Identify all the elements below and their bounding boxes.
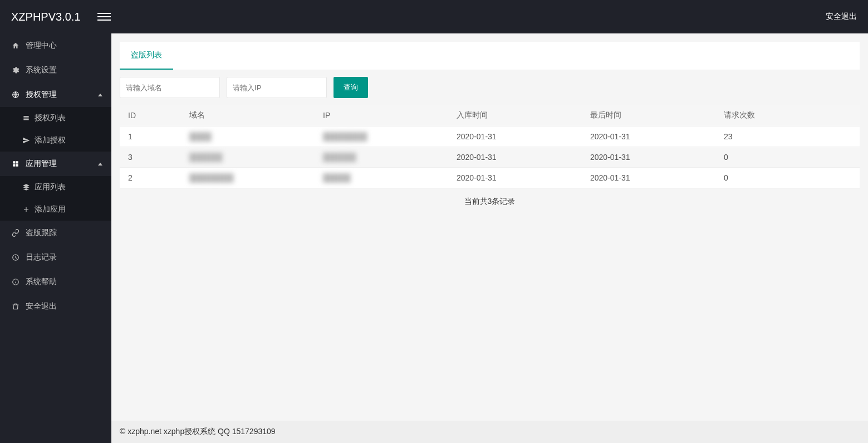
tabs: 盗版列表	[120, 42, 860, 70]
sidebar-item-safe-exit[interactable]: 安全退出	[0, 294, 111, 319]
record-count: 当前共3条记录	[120, 188, 860, 215]
sidebar-item-label: 应用管理	[26, 159, 57, 169]
clock-icon	[11, 254, 20, 261]
caret-up-icon	[98, 163, 102, 165]
cell-id: 2	[120, 168, 181, 188]
sidebar-item-auth-management[interactable]: 授权管理	[0, 82, 111, 107]
sidebar-item-label: 安全退出	[26, 301, 57, 311]
cell-domain: ████████	[181, 168, 315, 188]
col-last-time: 最后时间	[582, 105, 715, 126]
list-icon	[22, 114, 30, 122]
cell-request-count: 0	[715, 147, 860, 168]
sidebar-subitem-add-auth[interactable]: 添加授权	[0, 129, 111, 152]
sidebar-subitem-label: 授权列表	[35, 113, 66, 123]
sidebar-item-label: 系统设置	[26, 65, 57, 75]
domain-input[interactable]	[120, 77, 220, 98]
col-domain: 域名	[181, 105, 315, 126]
filter-bar: 查询	[120, 70, 860, 105]
app-logo: XZPHPV3.0.1	[11, 11, 81, 23]
cell-entry-time: 2020-01-31	[448, 168, 582, 188]
query-button[interactable]: 查询	[334, 77, 368, 98]
info-icon	[11, 278, 20, 286]
apps-icon	[11, 160, 20, 168]
send-icon	[22, 137, 30, 144]
sidebar-item-piracy-tracking[interactable]: 盗版跟踪	[0, 221, 111, 245]
link-icon	[11, 229, 20, 237]
table-row: 2 ████████ █████ 2020-01-31 2020-01-31 0	[120, 168, 860, 188]
cell-ip: ██████	[315, 147, 448, 168]
sidebar-subitem-auth-list[interactable]: 授权列表	[0, 107, 111, 129]
footer-text: © xzphp.net xzphp授权系统 QQ 1517293109	[120, 427, 276, 437]
col-request-count: 请求次数	[715, 105, 860, 126]
sidebar-item-label: 管理中心	[26, 41, 57, 51]
tab-piracy-list[interactable]: 盗版列表	[120, 42, 173, 70]
logout-link[interactable]: 安全退出	[826, 12, 857, 22]
trash-icon	[11, 303, 20, 310]
sidebar: 管理中心 系统设置 授权管理 授权列表 添加授权 应用管理 应用列表 添加应用 …	[0, 33, 111, 443]
cell-request-count: 0	[715, 168, 860, 188]
sidebar-subitem-label: 添加授权	[35, 135, 66, 145]
col-ip: IP	[315, 105, 448, 126]
cell-entry-time: 2020-01-31	[448, 126, 582, 147]
table-row: 1 ████ ████████ 2020-01-31 2020-01-31 23	[120, 126, 860, 147]
sidebar-item-label: 盗版跟踪	[26, 228, 57, 238]
cell-id: 1	[120, 126, 181, 147]
layers-icon	[22, 183, 30, 191]
cell-last-time: 2020-01-31	[582, 168, 715, 188]
cell-id: 3	[120, 147, 181, 168]
cell-ip: █████	[315, 168, 448, 188]
main-content: 盗版列表 查询 ID 域名 IP 入库时间 最后时间 请求次数 1 ████ █…	[111, 33, 868, 421]
sidebar-subitem-label: 应用列表	[35, 182, 66, 192]
gear-icon	[11, 66, 20, 74]
table-header-row: ID 域名 IP 入库时间 最后时间 请求次数	[120, 105, 860, 126]
sidebar-subitem-app-list[interactable]: 应用列表	[0, 176, 111, 198]
sidebar-item-label: 系统帮助	[26, 277, 57, 287]
globe-icon	[11, 91, 20, 99]
cell-domain: ████	[181, 126, 315, 147]
cell-request-count: 23	[715, 126, 860, 147]
col-id: ID	[120, 105, 181, 126]
footer: © xzphp.net xzphp授权系统 QQ 1517293109	[111, 421, 868, 443]
sidebar-subitem-label: 添加应用	[35, 205, 66, 215]
sidebar-item-label: 授权管理	[26, 90, 57, 100]
col-entry-time: 入库时间	[448, 105, 582, 126]
cell-domain: ██████	[181, 147, 315, 168]
plus-icon	[22, 206, 30, 213]
sidebar-item-system-settings[interactable]: 系统设置	[0, 58, 111, 82]
cell-ip: ████████	[315, 126, 448, 147]
cell-last-time: 2020-01-31	[582, 126, 715, 147]
header: XZPHPV3.0.1 安全退出	[0, 0, 868, 33]
sidebar-subitem-add-app[interactable]: 添加应用	[0, 198, 111, 221]
menu-toggle-icon[interactable]	[97, 10, 111, 23]
sidebar-item-log-record[interactable]: 日志记录	[0, 245, 111, 270]
piracy-table: ID 域名 IP 入库时间 最后时间 请求次数 1 ████ ████████ …	[120, 105, 860, 188]
cell-entry-time: 2020-01-31	[448, 147, 582, 168]
cell-last-time: 2020-01-31	[582, 147, 715, 168]
ip-input[interactable]	[227, 77, 327, 98]
sidebar-item-admin-center[interactable]: 管理中心	[0, 33, 111, 58]
home-icon	[11, 42, 20, 50]
table-row: 3 ██████ ██████ 2020-01-31 2020-01-31 0	[120, 147, 860, 168]
sidebar-item-app-management[interactable]: 应用管理	[0, 152, 111, 176]
sidebar-item-system-help[interactable]: 系统帮助	[0, 270, 111, 294]
sidebar-item-label: 日志记录	[26, 252, 57, 262]
caret-up-icon	[98, 94, 102, 96]
